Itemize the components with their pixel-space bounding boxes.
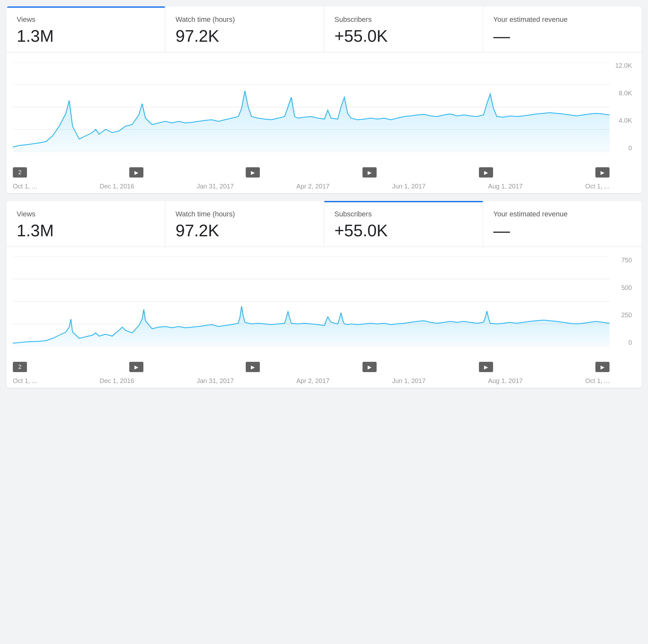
nav-buttons-2: 2 ▶ ▶ ▶ ▶ ▶ xyxy=(13,359,635,375)
x-label-oct16: Oct 1, ... xyxy=(13,183,37,190)
nav-btn-play-1e[interactable]: ▶ xyxy=(595,167,609,178)
metric-revenue[interactable]: Your estimated revenue — xyxy=(483,6,642,52)
nav-btn-play-2d[interactable]: ▶ xyxy=(479,362,493,372)
nav-btn-play-2e[interactable]: ▶ xyxy=(595,362,609,372)
x-axis-1: Oct 1, ... Dec 1, 2016 Jan 31, 2017 Apr … xyxy=(13,183,635,190)
nav-btn-2-1[interactable]: 2 xyxy=(13,167,27,178)
chart-container-2: 750 500 250 0 xyxy=(13,256,635,359)
y-label-0-2: 0 xyxy=(622,339,632,346)
chart-svg-wrapper-1 xyxy=(13,62,609,152)
metric-subscribers-label-2: Subscribers xyxy=(335,210,473,218)
x-label-dec16-2: Dec 1, 2016 xyxy=(99,377,134,385)
y-label-0: 0 xyxy=(615,144,632,152)
chart-svg-wrapper-2 xyxy=(13,256,609,346)
y-label-750: 750 xyxy=(622,256,632,264)
x-label-dec16: Dec 1, 2016 xyxy=(99,183,134,190)
metrics-row-2: Views 1.3M Watch time (hours) 97.2K Subs… xyxy=(6,201,642,247)
metric-views-label-2: Views xyxy=(17,210,155,218)
card-subscribers: Views 1.3M Watch time (hours) 97.2K Subs… xyxy=(6,201,642,388)
nav-btn-play-2c[interactable]: ▶ xyxy=(363,362,377,372)
metric-views-label: Views xyxy=(17,15,155,24)
x-label-oct17-2: Oct 1, ... xyxy=(585,377,609,385)
x-axis-2: Oct 1, ... Dec 1, 2016 Jan 31, 2017 Apr … xyxy=(13,377,635,385)
metric-subscribers[interactable]: Subscribers +55.0K xyxy=(324,6,483,52)
metric-views-2[interactable]: Views 1.3M xyxy=(6,201,165,247)
metric-revenue-label: Your estimated revenue xyxy=(493,15,631,24)
metric-subscribers-2[interactable]: Subscribers +55.0K xyxy=(324,201,483,247)
chart-area-2: 750 500 250 0 2 ▶ ▶ ▶ ▶ ▶ Oct 1, ... Dec… xyxy=(6,247,642,388)
chart-container-1: 12.0K 8.0K 4.0K 0 xyxy=(13,62,635,165)
chart-svg-1 xyxy=(13,62,609,152)
x-label-jun17-2: Jun 1, 2017 xyxy=(392,377,426,385)
y-label-250: 250 xyxy=(622,311,632,319)
nav-btn-play-1b[interactable]: ▶ xyxy=(246,167,260,178)
x-label-oct17: Oct 1, ... xyxy=(585,183,609,190)
nav-btn-play-1a[interactable]: ▶ xyxy=(129,167,144,178)
y-label-500: 500 xyxy=(622,284,632,292)
metric-views[interactable]: Views 1.3M xyxy=(6,6,165,52)
x-label-jan17-2: Jan 31, 2017 xyxy=(197,377,234,385)
metric-views-value: 1.3M xyxy=(17,28,155,44)
y-axis-2: 750 500 250 0 xyxy=(622,256,632,346)
metrics-row-1: Views 1.3M Watch time (hours) 97.2K Subs… xyxy=(6,6,642,52)
x-label-aug17-2: Aug 1, 2017 xyxy=(488,377,523,385)
metric-watchtime[interactable]: Watch time (hours) 97.2K xyxy=(165,6,324,52)
nav-buttons-1: 2 ▶ ▶ ▶ ▶ ▶ xyxy=(13,165,635,180)
nav-btn-play-1d[interactable]: ▶ xyxy=(479,167,493,178)
x-label-jan17: Jan 31, 2017 xyxy=(197,183,234,190)
metric-watchtime-label-2: Watch time (hours) xyxy=(175,210,313,218)
metric-revenue-label-2: Your estimated revenue xyxy=(493,210,631,218)
metric-revenue-2[interactable]: Your estimated revenue — xyxy=(483,201,642,247)
nav-btn-play-2b[interactable]: ▶ xyxy=(246,362,260,372)
y-label-8k: 8.0K xyxy=(615,90,632,97)
y-label-12k: 12.0K xyxy=(615,62,632,69)
metric-watchtime-2[interactable]: Watch time (hours) 97.2K xyxy=(165,201,324,247)
x-label-apr17-2: Apr 2, 2017 xyxy=(296,377,329,385)
nav-btn-2-2[interactable]: 2 xyxy=(13,362,27,372)
y-axis-1: 12.0K 8.0K 4.0K 0 xyxy=(615,62,632,152)
x-label-oct16-2: Oct 1, ... xyxy=(13,377,37,385)
metric-subscribers-value: +55.0K xyxy=(335,28,473,44)
chart-area-1: 12.0K 8.0K 4.0K 0 2 ▶ ▶ ▶ ▶ ▶ Oct 1, ...… xyxy=(6,52,642,193)
x-label-aug17: Aug 1, 2017 xyxy=(488,183,523,190)
metric-watchtime-value-2: 97.2K xyxy=(175,222,313,239)
metric-views-value-2: 1.3M xyxy=(17,222,155,239)
metric-revenue-value: — xyxy=(493,28,631,44)
metric-subscribers-label: Subscribers xyxy=(335,15,473,24)
metric-revenue-value-2: — xyxy=(493,222,631,239)
chart-svg-2 xyxy=(13,256,609,346)
x-label-apr17: Apr 2, 2017 xyxy=(296,183,329,190)
y-label-4k: 4.0K xyxy=(615,117,632,124)
nav-btn-play-1c[interactable]: ▶ xyxy=(363,167,377,178)
metric-watchtime-value: 97.2K xyxy=(175,28,313,44)
metric-watchtime-label: Watch time (hours) xyxy=(175,15,313,24)
nav-btn-play-2a[interactable]: ▶ xyxy=(129,362,144,372)
card-views: Views 1.3M Watch time (hours) 97.2K Subs… xyxy=(6,6,642,193)
metric-subscribers-value-2: +55.0K xyxy=(335,222,473,239)
x-label-jun17: Jun 1, 2017 xyxy=(392,183,426,190)
